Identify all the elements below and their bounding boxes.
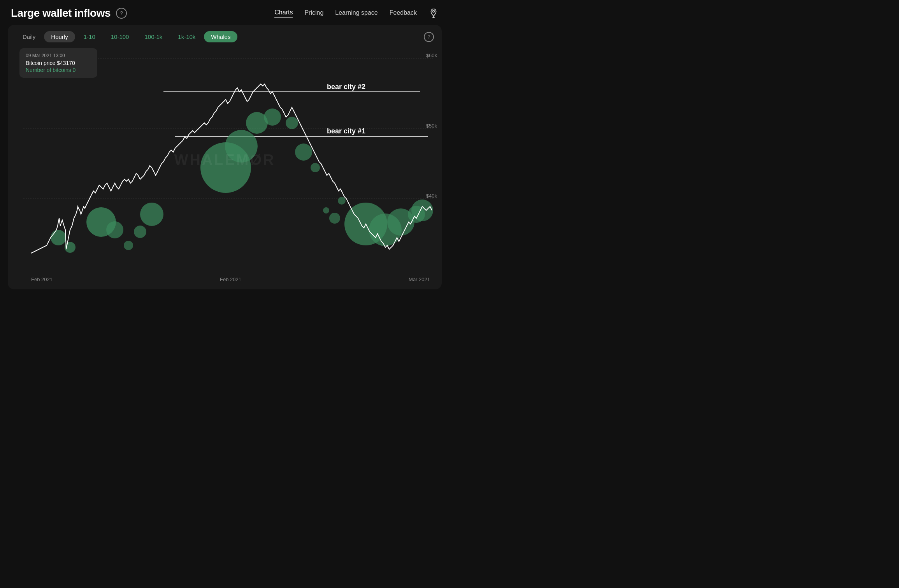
filter-10-100[interactable]: 10-100 bbox=[104, 31, 136, 42]
tooltip: 09 Mar 2021 13:00 Bitcoin price $43170 N… bbox=[19, 48, 97, 78]
svg-point-25 bbox=[329, 213, 340, 224]
x-label-2: Mar 2021 bbox=[409, 276, 430, 282]
tooltip-price: Bitcoin price $43170 bbox=[26, 60, 91, 66]
filter-whales[interactable]: Whales bbox=[204, 31, 237, 42]
x-label-1: Feb 2021 bbox=[220, 276, 241, 282]
svg-point-10 bbox=[51, 230, 66, 245]
svg-point-24 bbox=[323, 207, 329, 214]
svg-point-13 bbox=[106, 221, 123, 238]
nav-feedback[interactable]: Feedback bbox=[390, 9, 417, 17]
filter-bar: Daily Hourly 1-10 10-100 100-1k 1k-10k W… bbox=[8, 31, 442, 47]
svg-point-14 bbox=[124, 241, 133, 250]
chart-container: Daily Hourly 1-10 10-100 100-1k 1k-10k W… bbox=[8, 25, 442, 289]
page-title: Large wallet inflows bbox=[11, 7, 111, 19]
filter-left: Daily Hourly 1-10 10-100 100-1k 1k-10k W… bbox=[16, 31, 237, 42]
svg-point-0 bbox=[433, 10, 435, 12]
header-nav: Charts Pricing Learning space Feedback bbox=[274, 8, 439, 18]
y-label-40k: $40k bbox=[426, 193, 437, 199]
svg-text:bear city #2: bear city #2 bbox=[327, 83, 365, 91]
svg-point-16 bbox=[140, 203, 163, 226]
header-left: Large wallet inflows ? bbox=[11, 7, 127, 19]
tooltip-btc: Number of bitcoins 0 bbox=[26, 67, 91, 73]
filter-100-1k[interactable]: 100-1k bbox=[137, 31, 169, 42]
y-label-60k: $60k bbox=[426, 52, 437, 58]
y-label-50k: $50k bbox=[426, 123, 437, 129]
help-icon[interactable]: ? bbox=[116, 8, 127, 19]
svg-point-21 bbox=[286, 117, 298, 129]
chart-area: WHALEMØR $60k $50k $40k bear city #2 bea… bbox=[8, 47, 442, 273]
svg-point-15 bbox=[134, 226, 146, 238]
x-label-0: Feb 2021 bbox=[31, 276, 53, 282]
header: Large wallet inflows ? Charts Pricing Le… bbox=[0, 0, 450, 23]
filter-daily[interactable]: Daily bbox=[16, 31, 42, 42]
svg-point-20 bbox=[264, 108, 281, 126]
tooltip-date: 09 Mar 2021 13:00 bbox=[26, 53, 91, 58]
filter-hourly[interactable]: Hourly bbox=[44, 31, 75, 42]
svg-point-31 bbox=[411, 200, 433, 221]
filter-1k-10k[interactable]: 1k-10k bbox=[171, 31, 202, 42]
chart-svg: bear city #2 bear city #1 bbox=[8, 47, 442, 273]
filter-right: ? bbox=[424, 32, 434, 42]
nav-learning[interactable]: Learning space bbox=[335, 9, 378, 17]
svg-point-26 bbox=[338, 197, 346, 205]
svg-point-22 bbox=[295, 144, 312, 161]
x-labels: Feb 2021 Feb 2021 Mar 2021 bbox=[8, 274, 442, 282]
svg-point-23 bbox=[311, 163, 320, 172]
location-icon[interactable] bbox=[428, 8, 439, 18]
svg-text:bear city #1: bear city #1 bbox=[327, 127, 365, 135]
svg-point-18 bbox=[225, 130, 258, 163]
nav-charts[interactable]: Charts bbox=[274, 9, 293, 18]
nav-pricing[interactable]: Pricing bbox=[304, 9, 323, 17]
filter-1-10[interactable]: 1-10 bbox=[77, 31, 102, 42]
chart-help-icon[interactable]: ? bbox=[424, 32, 434, 42]
